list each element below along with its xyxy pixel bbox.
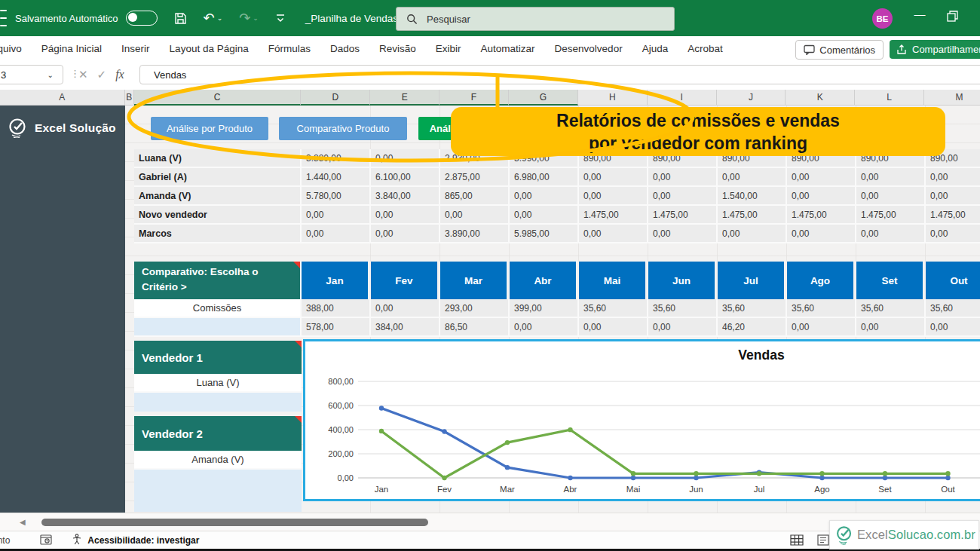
ribbon-tab-ajuda[interactable]: Ajuda [632, 43, 678, 54]
comparativo-label-cell[interactable] [134, 318, 302, 337]
vendedor-name-cell[interactable]: Luana (V) [134, 374, 302, 393]
quick-access-more-icon[interactable] [275, 14, 286, 23]
comparativo-value-cell[interactable]: 0,00 [579, 318, 648, 337]
column-header-e[interactable]: E [370, 90, 439, 106]
vendedor-empty-cell[interactable] [134, 393, 302, 412]
comparativo-value-cell[interactable]: 35,60 [718, 299, 787, 318]
column-header-m[interactable]: M [924, 90, 980, 106]
vendas-chart[interactable]: Vendas 0,00200,00400,00600,00800,00JanFe… [303, 339, 980, 501]
ribbon-tab-arquivo[interactable]: Arquivo [0, 43, 32, 54]
name-box[interactable]: 3 ⌄ [0, 65, 63, 84]
button-comparativo-produto[interactable]: Comparativo Produto [279, 117, 407, 140]
comparativo-value-cell[interactable]: 0,00 [510, 318, 579, 337]
vendedor-header-1[interactable]: Vendedor 1 [134, 341, 302, 374]
ribbon-tab-acrobat[interactable]: Acrobat [678, 43, 733, 54]
column-header-d[interactable]: D [301, 90, 370, 106]
month-header-mai[interactable]: Mai [579, 262, 648, 299]
save-icon[interactable] [174, 12, 187, 25]
accessibility-icon[interactable] [72, 534, 82, 547]
sales-value-cell[interactable]: 0,00 [302, 225, 371, 243]
comparativo-value-cell[interactable]: 35,60 [787, 299, 856, 318]
comparativo-value-cell[interactable]: 293,00 [440, 299, 510, 318]
restore-button[interactable] [947, 11, 958, 25]
ribbon-tab-pagina-inicial[interactable]: Página Inicial [32, 43, 112, 54]
comparativo-value-cell[interactable]: 35,60 [648, 299, 718, 318]
formula-input[interactable]: Vendas [139, 65, 980, 84]
sales-value-cell[interactable]: 0,00 [579, 168, 648, 187]
sales-value-cell[interactable]: 0,00 [787, 225, 856, 243]
sales-value-cell[interactable]: 1.475,00 [787, 206, 856, 225]
comparativo-value-cell[interactable]: 0,00 [856, 318, 926, 337]
sales-value-cell[interactable]: 0,00 [371, 149, 440, 168]
column-header-h[interactable]: H [578, 90, 648, 106]
vendedor-name-cell[interactable]: Amanda (V) [134, 451, 302, 470]
column-header-a[interactable]: A [0, 90, 125, 106]
month-header-ago[interactable]: Ago [787, 262, 856, 299]
column-header-i[interactable]: I [648, 90, 717, 106]
ribbon-tab-inserir[interactable]: Inserir [112, 43, 160, 54]
month-header-fev[interactable]: Fev [371, 262, 440, 299]
sales-value-cell[interactable]: 0,00 [718, 225, 787, 243]
comparativo-header-cell[interactable]: Comparativo: Escolha o Critério > [134, 262, 302, 299]
sales-value-cell[interactable]: 0,00 [648, 225, 718, 243]
share-button[interactable]: Compartilhamento [890, 40, 980, 59]
column-header-f[interactable]: F [439, 90, 509, 106]
account-avatar[interactable]: BE [872, 8, 893, 29]
normal-view-icon[interactable] [790, 534, 804, 549]
comparativo-value-cell[interactable]: 35,60 [856, 299, 926, 318]
sales-value-cell[interactable]: 0,00 [787, 168, 856, 187]
sales-value-cell[interactable]: 6.980,00 [510, 168, 579, 187]
sales-value-cell[interactable]: 1.475,00 [926, 206, 980, 225]
ribbon-tab-desenvolvedor[interactable]: Desenvolvedor [545, 43, 632, 54]
macro-record-icon[interactable] [40, 534, 52, 547]
month-header-abr[interactable]: Abr [510, 262, 579, 299]
column-header-g[interactable]: G [509, 90, 578, 106]
scroll-left-icon[interactable]: ◀ [20, 518, 26, 526]
sales-value-cell[interactable]: 1.475,00 [579, 206, 648, 225]
seller-name-cell[interactable]: Amanda (V) [134, 187, 302, 206]
comparativo-value-cell[interactable]: 0,00 [926, 318, 980, 337]
sales-value-cell[interactable]: 3.890,00 [440, 225, 510, 243]
comparativo-value-cell[interactable]: 35,60 [579, 299, 648, 318]
sales-value-cell[interactable]: 1.475,00 [718, 206, 787, 225]
vendedor-header-2[interactable]: Vendedor 2 [134, 416, 302, 451]
page-layout-view-icon[interactable] [817, 534, 829, 549]
sales-value-cell[interactable]: 3.840,00 [371, 187, 440, 206]
month-header-jul[interactable]: Jul [718, 262, 787, 299]
sales-value-cell[interactable]: 6.100,00 [371, 168, 440, 187]
vendedor-empty-cell[interactable] [134, 470, 302, 512]
month-header-jun[interactable]: Jun [648, 262, 718, 299]
seller-name-cell[interactable]: Luana (V) [134, 149, 302, 168]
month-header-mar[interactable]: Mar [440, 262, 510, 299]
sales-value-cell[interactable]: 0,00 [579, 187, 648, 206]
namebox-caret-icon[interactable]: ⌄ [47, 71, 54, 79]
sales-value-cell[interactable]: 5.780,00 [302, 187, 371, 206]
search-box[interactable] [396, 7, 675, 31]
ribbon-tab-revisao[interactable]: Revisão [369, 43, 426, 54]
column-header-k[interactable]: K [786, 90, 855, 106]
sales-value-cell[interactable]: 0,00 [648, 187, 718, 206]
sales-value-cell[interactable]: 1.540,00 [718, 187, 787, 206]
scrollbar-thumb[interactable] [41, 519, 428, 526]
sales-value-cell[interactable]: 0,00 [926, 187, 980, 206]
sales-value-cell[interactable]: 0,00 [440, 206, 510, 225]
sales-value-cell[interactable]: 2.875,00 [440, 168, 510, 187]
sales-value-cell[interactable]: 5.985,00 [510, 225, 579, 243]
sales-value-cell[interactable]: 0,00 [648, 168, 718, 187]
sales-value-cell[interactable]: 0,00 [856, 168, 926, 187]
comparativo-value-cell[interactable]: 388,00 [302, 299, 371, 318]
comparativo-value-cell[interactable]: 578,00 [302, 318, 371, 337]
undo-icon[interactable]: ↶⌄ [204, 11, 223, 25]
button-analise-por-produto[interactable]: Análise por Produto [151, 117, 268, 140]
sales-value-cell[interactable]: 3.880,00 [302, 149, 371, 168]
sales-value-cell[interactable]: 865,00 [440, 187, 510, 206]
redo-icon[interactable]: ↷⌄ [239, 11, 259, 25]
comparativo-value-cell[interactable]: 86,50 [440, 318, 510, 337]
sales-value-cell[interactable]: 0,00 [579, 225, 648, 243]
ribbon-tab-exibir[interactable]: Exibir [426, 43, 471, 54]
search-input[interactable] [425, 13, 639, 26]
app-grip-icon[interactable] [0, 10, 7, 26]
autosave-toggle[interactable] [126, 11, 158, 26]
sales-value-cell[interactable]: 0,00 [718, 168, 787, 187]
worksheet-area[interactable]: Excel Solução Análise por ProdutoCompara… [0, 106, 980, 513]
